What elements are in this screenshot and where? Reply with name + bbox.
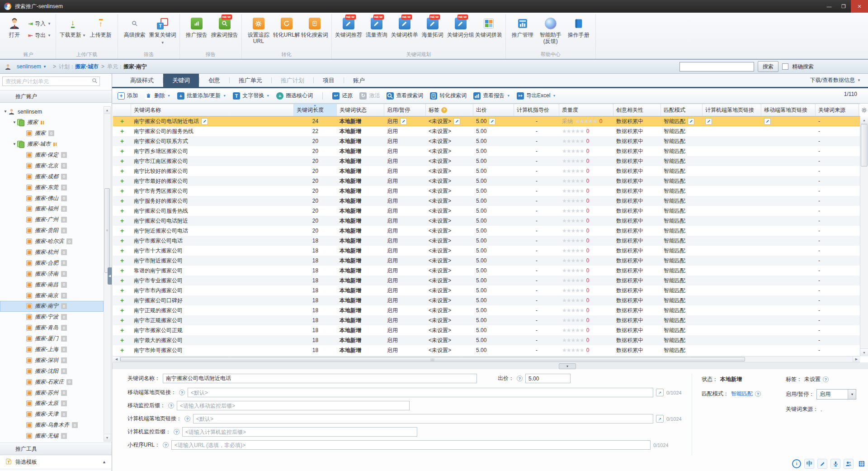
tree-item[interactable]: 搬家-石家庄0 xyxy=(0,376,104,387)
ribbon-button[interactable]: T重复关键词 ▼ xyxy=(149,14,177,49)
add-keyword-icon[interactable]: + xyxy=(120,157,124,165)
ime-grid-icon[interactable] xyxy=(857,459,867,469)
column-header[interactable]: 关键词来源 xyxy=(816,104,859,116)
tree-expand-icon[interactable]: ▼ xyxy=(12,120,17,124)
add-keyword-icon[interactable]: + xyxy=(120,237,124,244)
add-keyword-icon[interactable]: + xyxy=(120,277,124,284)
table-row[interactable]: +南宁搬家公司服务热线20本地新增启用<未设置>5.00-★★★★★0数据积累中… xyxy=(113,206,860,216)
add-keyword-icon[interactable]: + xyxy=(120,347,124,354)
chevron-down-icon[interactable]: ▼ xyxy=(507,94,510,97)
table-row[interactable]: +南宁最大的搬家公司18本地新增启用<未设置>5.00-★★★★★0数据积累中智… xyxy=(113,335,860,345)
tab-项目[interactable]: 项目 xyxy=(314,74,344,87)
table-row[interactable]: +南宁正规的搬家公司18本地新增启用<未设置>5.00-★★★★★0数据积累中智… xyxy=(113,305,860,315)
help-icon[interactable]: ? xyxy=(517,376,523,381)
help-icon[interactable]: ? xyxy=(441,107,447,113)
help-icon[interactable]: ? xyxy=(823,376,829,382)
tree-item[interactable]: 搬家-青岛0 xyxy=(0,323,104,333)
table-row[interactable]: +南宁市青秀区搬家公司20本地新增启用<未设置>5.00-★★★★★0数据积累中… xyxy=(113,186,860,196)
ime-mic-icon[interactable] xyxy=(830,459,840,469)
tree-item[interactable]: 搬家-哈尔滨0 xyxy=(0,236,104,247)
ribbon-button[interactable]: 智能助手(反馈) xyxy=(537,14,565,49)
download-view-data-link[interactable]: 下载/查看数据信息 ▼ xyxy=(810,74,861,87)
bid-input[interactable] xyxy=(525,374,571,383)
ribbon-button[interactable]: NEW流量查询 xyxy=(363,14,391,49)
tree-item[interactable]: 搬家-广州0 xyxy=(0,214,104,225)
scroll-up-icon[interactable]: ▲ xyxy=(104,107,110,114)
add-keyword-icon[interactable]: + xyxy=(120,187,124,195)
ime-lang-icon[interactable]: 中 xyxy=(804,459,814,469)
help-icon[interactable]: ? xyxy=(163,442,169,448)
tree-item[interactable]: 搬家-佛山0 xyxy=(0,193,104,204)
column-header[interactable]: 标签? xyxy=(426,104,473,116)
ribbon-button[interactable]: 推广报告 xyxy=(183,14,211,49)
add-keyword-icon[interactable]: + xyxy=(120,197,124,205)
help-icon[interactable]: ? xyxy=(168,403,174,409)
tab-关键词[interactable]: 关键词 xyxy=(163,74,199,87)
external-link-icon[interactable]: ↗ xyxy=(656,415,664,423)
add-keyword-icon[interactable]: + xyxy=(120,307,124,314)
help-icon[interactable]: ? xyxy=(179,390,185,395)
add-keyword-icon[interactable]: + xyxy=(120,118,124,125)
table-row[interactable]: +南宁市市内搬家公司18本地新增启用<未设置>5.00-★★★★★0数据积累中智… xyxy=(113,285,860,295)
table-row[interactable]: +南宁搬家公司的服务热线22本地新增启用<未设置>5.00-★★★★★0数据积累… xyxy=(113,126,860,136)
add-keyword-icon[interactable]: + xyxy=(120,327,124,334)
table-row[interactable]: +南宁市附近搬家公司18本地新增启用<未设置>5.00-★★★★★0数据积累中智… xyxy=(113,256,860,266)
mobile-landing-url-field[interactable] xyxy=(188,388,653,397)
chevron-down-icon[interactable]: ▼ xyxy=(167,94,170,97)
tree-item[interactable]: 搬家-北京0 xyxy=(0,160,104,171)
column-settings-gear-icon[interactable] xyxy=(860,104,868,116)
table-row[interactable]: +南宁西乡塘区搬家公司20本地新增启用<未设置>5.00-★★★★★0数据积累中… xyxy=(113,146,860,156)
scrollbar-thumb[interactable]: ≡ xyxy=(104,188,110,273)
sidebar-item-tools[interactable]: 推广工具 xyxy=(0,442,112,455)
tree-item[interactable]: 搬家-乌鲁木齐0 xyxy=(0,420,104,431)
search-button[interactable]: 搜索 xyxy=(758,61,778,72)
add-keyword-icon[interactable]: + xyxy=(120,287,124,294)
minimize-button[interactable]: — xyxy=(822,0,836,13)
ribbon-button[interactable]: 操作手册 xyxy=(565,14,593,49)
table-row[interactable]: +南宁市搬家公司正规18本地新增启用<未设置>5.00-★★★★★0数据积累中智… xyxy=(113,325,860,335)
breadcrumb-account[interactable]: senlinsem xyxy=(17,63,41,70)
miniapp-url-field[interactable] xyxy=(171,440,651,450)
tab-推广计划[interactable]: 推广计划 xyxy=(272,74,313,87)
tree-item[interactable]: 搬家-厦门0 xyxy=(0,333,104,344)
close-button[interactable]: ✕ xyxy=(851,0,868,13)
table-row[interactable]: +南宁市江南区搬家公司20本地新增启用<未设置>5.00-★★★★★0数据积累中… xyxy=(113,156,860,166)
edit-pencil-icon[interactable] xyxy=(764,118,771,125)
add-keyword-icon[interactable]: + xyxy=(120,177,124,185)
maximize-button[interactable]: ❐ xyxy=(836,0,851,13)
help-icon[interactable]: ? xyxy=(174,429,179,435)
keyword-name-field[interactable] xyxy=(163,374,477,383)
column-header[interactable]: 关键词状态 xyxy=(337,104,384,116)
tab-高级样式[interactable]: 高级样式 xyxy=(121,74,163,87)
add-keyword-icon[interactable]: + xyxy=(120,267,124,274)
tree-item[interactable]: 搬家-南京0 xyxy=(0,290,104,301)
table-row[interactable]: +南宁市搬家公司电话18本地新增启用<未设置>5.00-★★★★★0数据积累中智… xyxy=(113,236,860,246)
column-header[interactable]: 计算机端落地页链接 xyxy=(703,104,761,116)
ribbon-button[interactable]: ↓下载更新 ▼ xyxy=(59,14,87,49)
external-link-icon[interactable]: ↗ xyxy=(656,389,664,396)
ribbon-button[interactable]: 转化搜索词 xyxy=(301,14,329,49)
collapse-detail-button[interactable]: ▼ xyxy=(559,363,576,369)
sidebar-item-filter-template[interactable]: 筛选模板 ▲ xyxy=(0,455,112,469)
tree-item[interactable]: 搬家-福州0 xyxy=(0,204,104,214)
ribbon-button[interactable]: 设置追踪URL xyxy=(245,14,273,49)
column-header[interactable] xyxy=(113,104,131,116)
tree-item[interactable]: ▼搬家-城市 xyxy=(0,139,104,150)
tree-item[interactable]: 搬家-南昌0 xyxy=(0,279,104,290)
tree-item[interactable]: 搬家-宁波0 xyxy=(0,312,104,323)
tree-item[interactable]: 搬家-贵阳0 xyxy=(0,225,104,236)
edit-pencil-icon[interactable] xyxy=(688,118,694,125)
tree-item[interactable]: 搬家-成都0 xyxy=(0,171,104,182)
sidebar-search-input[interactable] xyxy=(5,78,92,85)
add-keyword-icon[interactable]: + xyxy=(120,217,124,224)
tree-item[interactable]: 搬家-济南0 xyxy=(0,268,104,279)
toolbar-button[interactable]: +添加 xyxy=(118,92,138,100)
ribbon-button[interactable]: 高级搜索 xyxy=(121,14,149,49)
tree-item[interactable]: 搬家-太原0 xyxy=(0,398,104,409)
ribbon-button[interactable]: 关键词拼装 xyxy=(475,14,503,49)
toolbar-button[interactable]: 删除▼ xyxy=(145,92,170,100)
table-row[interactable]: +南宁市帅哥搬家公司18本地新增启用<未设置>5.00-★★★★★0数据积累中智… xyxy=(113,345,860,355)
ribbon-button[interactable]: NEW关键词推荐 xyxy=(335,14,363,49)
tree-item[interactable]: 搬家-无锡0 xyxy=(0,431,104,442)
adopt-button[interactable]: 采纳 xyxy=(562,118,573,125)
